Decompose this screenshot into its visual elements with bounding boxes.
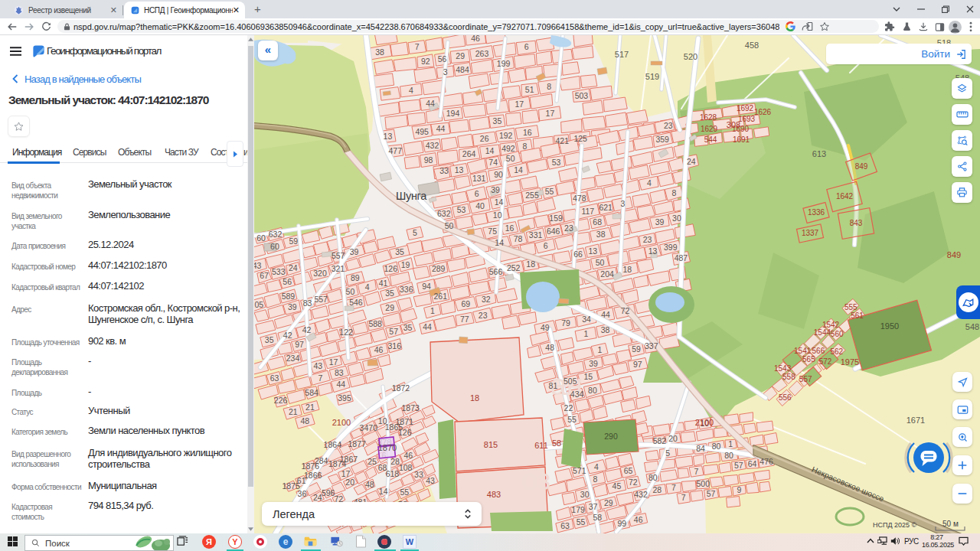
svg-text:53: 53 <box>552 158 561 167</box>
svg-text:14: 14 <box>495 197 504 207</box>
svg-text:57: 57 <box>734 461 743 470</box>
svg-text:41: 41 <box>379 279 388 288</box>
svg-text:1691: 1691 <box>733 135 750 144</box>
svg-text:1: 1 <box>728 439 733 448</box>
svg-text:1671: 1671 <box>906 416 925 425</box>
svg-text:1877: 1877 <box>348 439 367 448</box>
svg-text:23: 23 <box>479 311 488 320</box>
svg-text:24: 24 <box>687 157 696 166</box>
svg-text:337: 337 <box>645 341 658 350</box>
svg-text:395: 395 <box>338 393 351 403</box>
svg-text:1950: 1950 <box>880 321 899 331</box>
svg-text:72: 72 <box>621 306 630 315</box>
svg-text:50: 50 <box>596 258 605 267</box>
svg-text:4: 4 <box>647 178 652 187</box>
svg-text:519: 519 <box>645 72 659 81</box>
svg-text:17: 17 <box>341 469 351 478</box>
svg-text:589: 589 <box>282 292 296 301</box>
svg-text:64: 64 <box>748 459 757 468</box>
svg-text:94: 94 <box>422 282 431 291</box>
svg-text:43: 43 <box>313 361 322 370</box>
svg-text:44: 44 <box>336 380 345 389</box>
svg-text:1867: 1867 <box>340 455 358 464</box>
svg-text:533: 533 <box>272 267 286 276</box>
svg-text:204: 204 <box>600 269 614 279</box>
svg-text:1543: 1543 <box>774 364 792 373</box>
svg-text:584: 584 <box>305 388 318 397</box>
svg-text:48: 48 <box>300 416 309 425</box>
svg-text:48: 48 <box>365 480 374 489</box>
svg-text:55: 55 <box>567 415 577 424</box>
svg-text:33: 33 <box>414 470 423 479</box>
svg-text:84: 84 <box>696 444 705 453</box>
svg-text:179: 179 <box>571 505 585 514</box>
svg-text:21: 21 <box>289 407 298 416</box>
svg-text:34: 34 <box>582 315 591 324</box>
svg-text:4: 4 <box>365 282 370 292</box>
svg-text:3: 3 <box>620 199 625 208</box>
svg-text:28: 28 <box>652 485 662 494</box>
svg-text:321: 321 <box>332 264 345 273</box>
svg-text:39: 39 <box>288 302 297 311</box>
svg-text:20: 20 <box>345 478 354 487</box>
svg-text:14: 14 <box>485 146 495 155</box>
svg-text:55: 55 <box>400 487 409 497</box>
svg-text:126: 126 <box>384 264 398 273</box>
svg-text:29: 29 <box>456 51 465 60</box>
svg-text:126: 126 <box>398 428 412 437</box>
svg-text:8: 8 <box>547 82 551 91</box>
svg-text:849: 849 <box>855 162 868 171</box>
svg-text:194: 194 <box>446 109 460 118</box>
svg-text:500: 500 <box>697 479 710 488</box>
svg-text:289: 289 <box>432 264 446 273</box>
svg-text:35: 35 <box>403 323 413 332</box>
svg-text:336: 336 <box>400 285 413 294</box>
svg-text:46: 46 <box>634 515 643 524</box>
svg-text:7: 7 <box>415 42 420 51</box>
svg-text:557: 557 <box>799 375 812 383</box>
svg-text:39: 39 <box>491 185 500 194</box>
svg-text:Шунга: Шунга <box>396 190 427 202</box>
svg-text:44: 44 <box>426 99 435 108</box>
svg-text:284: 284 <box>315 456 328 465</box>
svg-text:14: 14 <box>514 165 523 174</box>
svg-text:1871: 1871 <box>396 417 414 426</box>
svg-text:125: 125 <box>573 134 587 143</box>
svg-text:80: 80 <box>724 451 733 460</box>
svg-text:316: 316 <box>388 341 402 350</box>
svg-text:24: 24 <box>289 263 298 272</box>
svg-text:226: 226 <box>274 396 288 405</box>
svg-text:5: 5 <box>413 228 417 237</box>
svg-text:4: 4 <box>409 86 413 95</box>
svg-text:815: 815 <box>484 440 498 449</box>
svg-text:264: 264 <box>462 149 476 158</box>
svg-text:59: 59 <box>632 344 641 354</box>
svg-text:14: 14 <box>379 487 388 496</box>
svg-text:557: 557 <box>314 295 328 304</box>
svg-text:1693: 1693 <box>738 115 756 123</box>
svg-text:56: 56 <box>283 277 292 286</box>
svg-text:432: 432 <box>426 141 439 150</box>
svg-text:79: 79 <box>561 318 570 328</box>
svg-text:10: 10 <box>493 210 502 220</box>
svg-text:13: 13 <box>648 246 658 256</box>
svg-text:1642: 1642 <box>836 192 854 201</box>
svg-text:30: 30 <box>580 490 590 499</box>
svg-text:7: 7 <box>694 467 698 476</box>
svg-text:60: 60 <box>256 233 266 243</box>
svg-text:1: 1 <box>584 329 589 338</box>
svg-text:19: 19 <box>401 260 410 269</box>
svg-text:484: 484 <box>456 65 469 74</box>
svg-text:646: 646 <box>547 227 560 236</box>
svg-text:51: 51 <box>525 85 534 94</box>
svg-text:40: 40 <box>475 201 485 210</box>
svg-text:6: 6 <box>544 241 548 250</box>
svg-text:588: 588 <box>368 319 382 328</box>
svg-text:6: 6 <box>524 42 529 51</box>
svg-text:566: 566 <box>489 267 503 276</box>
svg-text:58: 58 <box>552 439 561 448</box>
svg-text:505: 505 <box>564 377 577 386</box>
svg-text:67: 67 <box>260 271 269 280</box>
svg-text:65: 65 <box>624 466 633 475</box>
svg-text:13: 13 <box>384 132 393 141</box>
